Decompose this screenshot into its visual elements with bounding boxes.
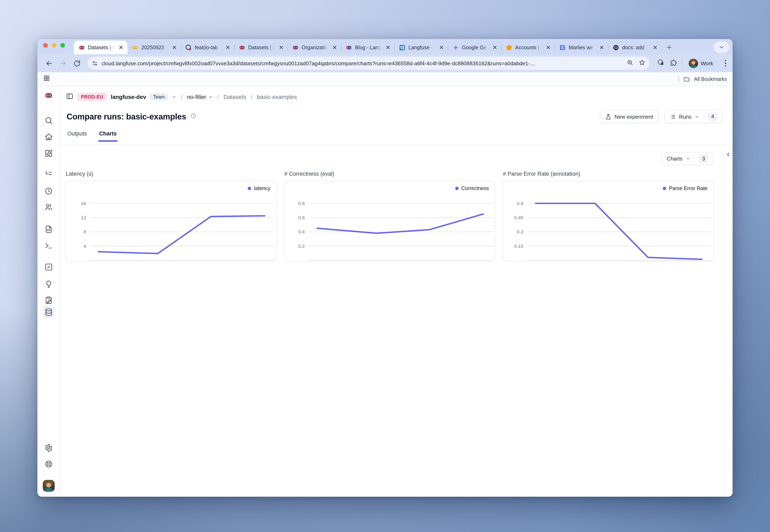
evaluation-percent-icon[interactable] [44,263,53,271]
desktop: Datasets | L 20250923 feat(io-tab Datase… [0,0,770,532]
tab-title: feat(io-tab [195,45,222,50]
reload-button[interactable] [71,57,83,69]
runs-selector-button[interactable]: Runs 4 [664,110,723,123]
chevron-down-icon [695,114,699,119]
charts-selector-button[interactable]: Charts 3 [661,152,714,165]
svg-text:0.45: 0.45 [514,215,523,220]
zoom-page-icon[interactable] [627,59,633,68]
gemini-favicon [452,44,459,51]
users-icon[interactable] [44,203,53,211]
new-tab-button[interactable] [663,41,675,53]
all-bookmarks[interactable]: All Bookmarks [678,76,727,82]
url-text[interactable]: cloud.langfuse.com/project/cmfwgv8fx002o… [101,60,623,66]
home-icon[interactable] [44,133,53,141]
extensions-puzzle-icon[interactable] [669,59,677,68]
tab-charts[interactable]: Charts [98,128,118,142]
close-window-button[interactable] [43,43,48,48]
profile-chip[interactable]: Work [687,57,718,69]
tab-close-icon[interactable] [331,44,338,51]
langfuse-favicon [239,44,245,51]
breadcrumb-dataset-link[interactable]: basic-examples [257,94,297,100]
tracing-icon[interactable] [44,170,53,179]
settings-gear-icon[interactable] [44,443,53,452]
playground-terminal-icon[interactable] [44,241,53,250]
user-avatar[interactable] [43,480,55,492]
tab-title: Accounts | [515,45,542,50]
prompts-file-icon[interactable] [44,225,53,234]
parse-error-line-chart: 0.150.30.450.6 [503,181,713,261]
langfuse-favicon [292,44,299,51]
sessions-clock-icon[interactable] [44,187,53,195]
tab-close-icon[interactable] [171,44,177,51]
address-bar[interactable]: cloud.langfuse.com/project/cmfwgv8fx002o… [87,57,650,70]
org-plan-badge[interactable]: Team [150,93,168,101]
datasets-database-icon[interactable] [44,308,53,316]
breadcrumb: PROD-EU langfuse-dev Team / no-filter / … [60,86,733,108]
langfuse-logo[interactable] [44,91,53,100]
chart-legend: Correctness [455,186,489,191]
tab-close-icon[interactable] [545,44,551,51]
colab-favicon [132,44,138,51]
insights-lightbulb-icon[interactable] [44,280,53,288]
svg-text:0.4: 0.4 [298,229,305,234]
extension-access-icon[interactable] [657,59,664,68]
chart-card: 0.150.30.450.6 Parse Error Rate [502,181,714,261]
browser-tab[interactable]: 6 Langfuse - [394,41,448,54]
correctness-line-chart: 0.20.40.60.8 [284,181,495,261]
tab-search-button[interactable] [714,41,729,53]
collapse-panel-icon[interactable] [725,151,732,158]
browser-tab-strip: Datasets | L 20250923 feat(io-tab Datase… [37,39,733,54]
browser-tab[interactable]: Marlies we [555,41,608,54]
browser-tab[interactable]: feat(io-tab [181,41,234,54]
browser-tab[interactable]: Google Ge [448,41,501,54]
breadcrumb-datasets-link[interactable]: Datasets [224,94,246,100]
back-button[interactable] [43,57,55,69]
runs-count-badge: 4 [708,112,717,121]
dashboard-icon[interactable] [44,149,53,158]
search-icon[interactable] [44,116,53,125]
chart-title: # Correctness (eval) [284,171,495,177]
info-icon[interactable] [190,113,197,120]
browser-toolbar: cloud.langfuse.com/project/cmfwgv8fx002o… [37,54,733,72]
tab-close-icon[interactable] [652,44,658,51]
annotation-clipboard-icon[interactable] [44,296,53,305]
environment-badge[interactable]: PROD-EU [77,93,107,101]
svg-text:8: 8 [84,229,86,234]
browser-tab[interactable]: Organizatio [288,41,341,54]
apps-grid-icon[interactable] [43,75,50,83]
svg-text:0.6: 0.6 [517,201,523,206]
tab-title: Datasets | L [88,45,115,50]
tab-close-icon[interactable] [385,44,391,51]
tab-title: Marlies we [569,45,596,50]
tab-close-icon[interactable] [224,44,231,51]
support-lifebuoy-icon[interactable] [44,460,53,468]
browser-tab[interactable]: docs: add [608,41,662,54]
tab-close-icon[interactable] [438,44,445,51]
tab-close-icon[interactable] [598,44,605,51]
browser-menu-icon[interactable] [723,60,728,67]
site-settings-icon[interactable] [89,58,100,69]
tab-close-icon[interactable] [491,44,498,51]
browser-tab[interactable]: Datasets | L [74,41,127,54]
svg-text:16: 16 [81,201,86,206]
minimize-window-button[interactable] [52,43,56,48]
project-selector[interactable]: no-filter [187,94,213,100]
tab-outputs[interactable]: Outputs [67,128,88,142]
new-experiment-button[interactable]: New experiment [600,110,659,123]
browser-tab[interactable]: Accounts | [501,41,555,54]
browser-tab[interactable]: Datasets | L [234,41,288,54]
browser-window: Datasets | L 20250923 feat(io-tab Datase… [37,39,733,497]
tab-close-icon[interactable] [278,44,284,51]
svg-text:0.3: 0.3 [517,229,523,234]
bookmark-star-icon[interactable] [638,59,645,68]
forward-button[interactable] [57,57,69,69]
browser-tab[interactable]: Blog - Lang [341,41,394,54]
chevron-down-icon[interactable] [172,95,176,99]
zoom-window-button[interactable] [60,43,65,48]
sidebar-toggle-icon[interactable] [66,92,73,102]
organization-name[interactable]: langfuse-dev [111,94,146,100]
orange-circle-favicon [506,44,512,51]
tab-close-icon[interactable] [117,44,124,51]
tab-title: Blog - Lang [355,45,382,50]
browser-tab[interactable]: 20250923 [127,41,181,54]
